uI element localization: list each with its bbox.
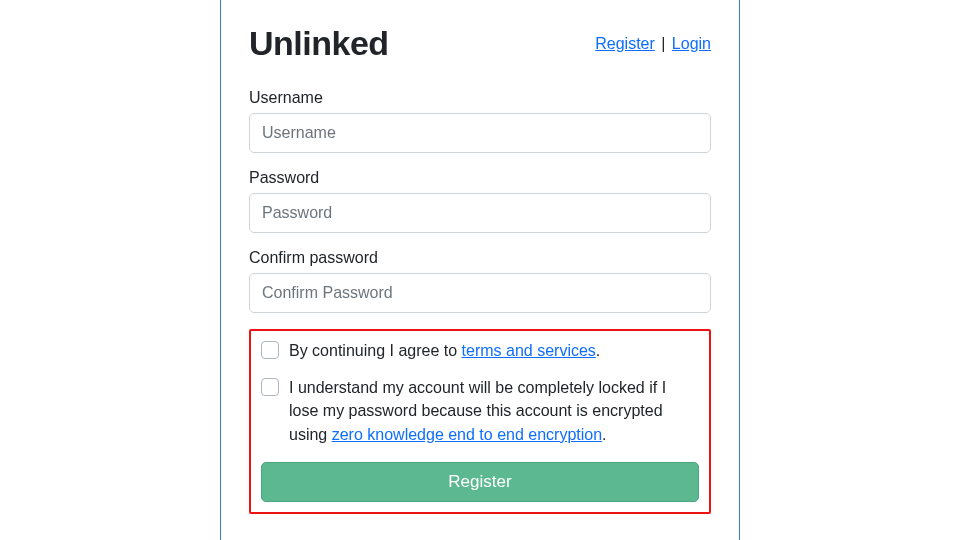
encryption-row: I understand my account will be complete… <box>261 376 699 446</box>
password-field: Password <box>249 169 711 233</box>
username-label: Username <box>249 89 711 107</box>
brand-title: Unlinked <box>249 24 389 63</box>
login-link[interactable]: Login <box>672 35 711 52</box>
username-input[interactable] <box>249 113 711 153</box>
encryption-suffix: . <box>602 426 606 443</box>
terms-prefix: By continuing I agree to <box>289 342 462 359</box>
encryption-text: I understand my account will be complete… <box>289 376 699 446</box>
password-label: Password <box>249 169 711 187</box>
page: Unlinked Register | Login Username Passw… <box>0 0 960 540</box>
register-button[interactable]: Register <box>261 462 699 502</box>
nav-separator: | <box>655 35 672 52</box>
username-field: Username <box>249 89 711 153</box>
encryption-link[interactable]: zero knowledge end to end encryption <box>332 426 602 443</box>
terms-checkbox[interactable] <box>261 341 279 359</box>
encryption-checkbox[interactable] <box>261 378 279 396</box>
confirm-password-field: Confirm password <box>249 249 711 313</box>
highlighted-agreements: By continuing I agree to terms and servi… <box>249 329 711 514</box>
confirm-password-input[interactable] <box>249 273 711 313</box>
terms-link[interactable]: terms and services <box>462 342 596 359</box>
confirm-password-label: Confirm password <box>249 249 711 267</box>
register-link[interactable]: Register <box>595 35 655 52</box>
header-row: Unlinked Register | Login <box>249 24 711 63</box>
terms-text: By continuing I agree to terms and servi… <box>289 339 699 362</box>
register-panel: Unlinked Register | Login Username Passw… <box>220 0 740 540</box>
auth-nav: Register | Login <box>595 35 711 53</box>
terms-suffix: . <box>596 342 600 359</box>
terms-row: By continuing I agree to terms and servi… <box>261 339 699 362</box>
password-input[interactable] <box>249 193 711 233</box>
